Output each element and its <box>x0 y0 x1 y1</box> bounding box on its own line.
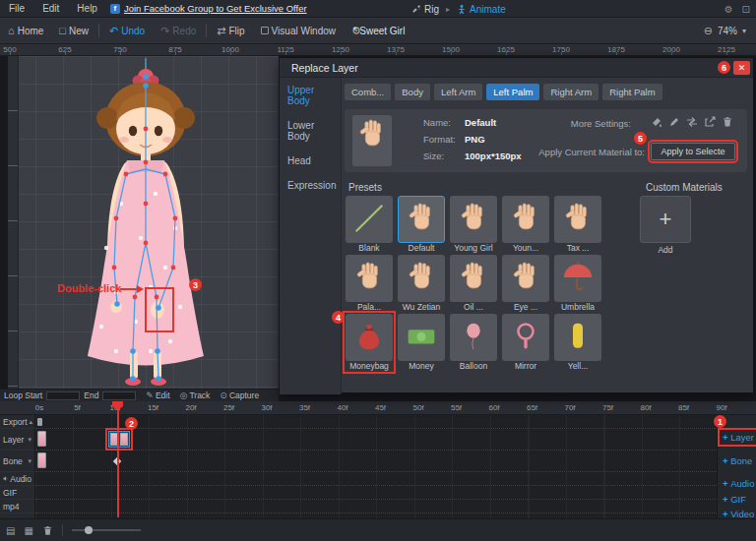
tab-right-arm[interactable]: Right Arm <box>543 84 598 100</box>
export-icon[interactable] <box>704 116 716 128</box>
name-label: Name: <box>423 117 451 128</box>
track-button[interactable]: ◎Track <box>180 391 211 400</box>
window-icon[interactable]: ⊡ <box>742 4 750 15</box>
trash-icon[interactable] <box>42 525 53 536</box>
collapse-icon[interactable]: ▴ <box>30 418 33 426</box>
add-audio-button[interactable]: + Audio <box>721 477 756 490</box>
preset-tile[interactable]: Mirror <box>502 314 549 371</box>
apply-to-selected-button[interactable]: Apply to Selecte <box>651 143 735 160</box>
sidebar-item-lower-body[interactable]: Lower Body <box>280 113 341 149</box>
preset-label: Mirror <box>502 361 549 371</box>
track-label-gif[interactable]: GIF <box>0 486 34 500</box>
capture-button[interactable]: ⊙Capture <box>220 391 259 400</box>
new-button[interactable]: □New <box>51 25 96 36</box>
sidebar-item-expression[interactable]: Expression <box>280 173 341 198</box>
swap-icon[interactable] <box>686 116 698 128</box>
track-label-export[interactable]: Export▴ <box>0 415 34 429</box>
bone-thumbnail[interactable] <box>37 452 46 468</box>
format-brush-icon[interactable] <box>651 116 662 128</box>
preset-tile[interactable]: Pala... <box>346 255 393 312</box>
menu-list: FileEditHelp <box>0 3 106 14</box>
tab-comb-[interactable]: Comb... <box>345 84 391 100</box>
stage-canvas[interactable]: Double-click <box>8 56 279 389</box>
slider-handle[interactable] <box>85 526 93 534</box>
track-label-layer[interactable]: Layer▾ <box>0 429 34 451</box>
bone-track[interactable] <box>35 451 717 472</box>
sidebar-item-head[interactable]: Head <box>280 149 341 173</box>
preset-tile[interactable]: Umbrella <box>554 255 601 312</box>
dialog-titlebar[interactable]: Replace Layer ✕ <box>280 58 753 78</box>
collapse-icon[interactable]: ▾ <box>28 457 32 465</box>
flip-button[interactable]: ⇄Flip <box>209 25 252 37</box>
menu-help[interactable]: Help <box>68 3 106 14</box>
umbrella-icon <box>558 258 598 299</box>
chevron-down-icon[interactable]: ▾ <box>742 27 746 35</box>
close-button[interactable]: ✕ <box>733 61 750 75</box>
add-layer-button[interactable]: + Layer <box>721 431 756 444</box>
preset-tile[interactable]: Tax ... <box>554 196 601 253</box>
tab-left-palm[interactable]: Left Palm <box>486 84 539 100</box>
zoom-out-icon[interactable]: ⊖ <box>704 25 713 37</box>
undo-icon: ↶ <box>109 25 118 37</box>
timeline-zoom-slider[interactable] <box>72 524 141 536</box>
redo-button[interactable]: ↷Redo <box>153 25 204 37</box>
undo-button[interactable]: ↶Undo <box>101 25 153 37</box>
menu-edit[interactable]: Edit <box>33 3 68 14</box>
edit-button[interactable]: ✎Edit <box>146 391 169 400</box>
export-handle[interactable] <box>37 418 42 426</box>
preset-tile[interactable]: Yell... <box>554 314 601 371</box>
gif-track[interactable] <box>35 486 717 500</box>
preset-tile[interactable]: Wu Zetian <box>398 255 445 312</box>
loop-end-input[interactable] <box>102 391 136 400</box>
gear-icon[interactable]: ⚙ <box>724 4 733 15</box>
timeline-ruler-tick: 65f <box>527 403 537 412</box>
mode-rig[interactable]: Rig <box>411 4 439 15</box>
preset-label: Money <box>398 361 445 371</box>
preset-tile[interactable]: Oil ... <box>450 255 497 312</box>
zoom-level[interactable]: 74% <box>718 26 737 36</box>
track-label-mp4[interactable]: mp4 <box>0 500 34 513</box>
collapse-icon[interactable]: ▾ <box>28 436 32 444</box>
add-custom-material-label: Add <box>640 245 691 255</box>
grid-icon[interactable]: ▦ <box>24 525 32 536</box>
preset-tile[interactable]: Youn... <box>502 196 549 253</box>
character-artwork[interactable] <box>8 56 279 389</box>
preset-tile[interactable]: Blank <box>346 196 393 253</box>
selected-layer-keyframes[interactable] <box>108 431 130 448</box>
audio-track[interactable] <box>35 472 717 486</box>
layers-icon[interactable]: ▤ <box>6 525 15 536</box>
preset-tile[interactable]: Eye ... <box>502 255 549 312</box>
tab-right-palm[interactable]: Right Palm <box>602 84 662 100</box>
menu-file[interactable]: File <box>0 3 33 14</box>
preset-tile[interactable]: Balloon <box>450 314 497 371</box>
preset-tile[interactable]: Money <box>398 314 445 371</box>
mode-animate[interactable]: Animate <box>457 4 506 15</box>
layer-thumbnail[interactable] <box>37 431 46 447</box>
timeline-track-area[interactable] <box>35 415 717 518</box>
preset-tile[interactable]: Young Girl <box>450 196 497 253</box>
sidebar-item-upper-body[interactable]: Upper Body <box>280 78 341 113</box>
timeline-ruler-tick: 40f <box>337 403 347 412</box>
chevron-right-icon: ▸ <box>446 5 450 14</box>
mode-animate-label: Animate <box>470 4 506 15</box>
preset-tile[interactable]: Moneybag <box>346 314 393 371</box>
loop-start-input[interactable] <box>46 391 80 400</box>
tab-body[interactable]: Body <box>395 84 430 100</box>
edit-icon[interactable] <box>668 116 680 128</box>
delete-icon[interactable] <box>722 116 733 128</box>
add-bone-button[interactable]: + Bone <box>721 454 754 467</box>
track-label-bone[interactable]: Bone▾ <box>0 451 34 472</box>
preset-tile[interactable]: Default <box>398 196 445 253</box>
layer-track[interactable] <box>35 429 717 451</box>
track-label-audio[interactable]: Audio <box>0 472 34 486</box>
tab-left-arm[interactable]: Left Arm <box>434 84 482 100</box>
add-gif-button[interactable]: + GIF <box>721 493 748 506</box>
add-custom-material-button[interactable]: + <box>640 196 691 243</box>
timeline-ruler-tick: 35f <box>299 403 310 412</box>
facebook-promo-link[interactable]: f Join Facebook Group to Get Exclusive O… <box>110 3 307 14</box>
money-icon <box>402 317 441 358</box>
mp4-track[interactable] <box>35 500 717 513</box>
home-button[interactable]: ⌂Home <box>0 25 51 36</box>
new-doc-icon: □ <box>59 25 66 36</box>
visual-window-checkbox[interactable] <box>261 27 269 34</box>
